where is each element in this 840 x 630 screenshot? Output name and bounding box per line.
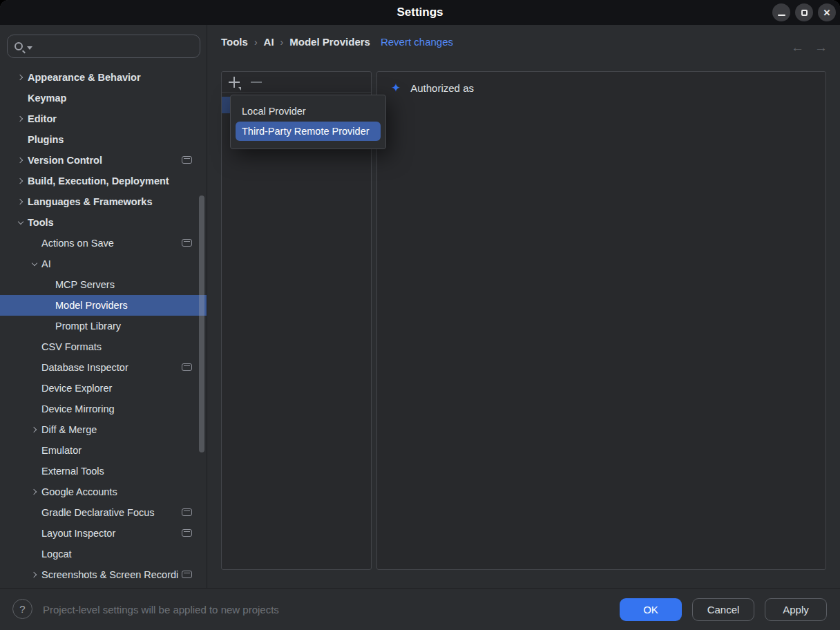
footer-hint: Project-level settings will be applied t… (43, 589, 279, 630)
sidebar-item-label: Plugins (28, 134, 64, 145)
chevron-right-icon (31, 427, 37, 432)
per-project-settings-icon (182, 363, 192, 371)
back-arrow-icon[interactable]: ← (791, 40, 804, 55)
sidebar-item-screenshots-screen-recordi[interactable]: Screenshots & Screen Recordi (0, 564, 207, 585)
apply-button[interactable]: Apply (765, 598, 827, 621)
sidebar-item-label: Device Explorer (41, 383, 112, 394)
minimize-button[interactable] (772, 3, 790, 21)
close-button[interactable]: ✕ (818, 3, 836, 21)
ok-button[interactable]: OK (620, 598, 682, 621)
search-icon (15, 42, 23, 50)
help-button[interactable]: ? (12, 599, 32, 619)
sidebar-item-mcp-servers[interactable]: MCP Servers (0, 274, 207, 295)
sidebar-item-label: CSV Formats (41, 341, 102, 352)
breadcrumb-item-tools[interactable]: Tools (221, 36, 248, 48)
authorized-as-label: Authorized as (410, 82, 474, 94)
per-project-settings-icon (182, 239, 192, 247)
breadcrumb-separator: › (254, 37, 258, 48)
sidebar-item-gradle-declarative-focus[interactable]: Gradle Declarative Focus (0, 502, 207, 523)
maximize-button[interactable] (795, 3, 813, 21)
chevron-right-icon (17, 199, 23, 204)
sidebar-item-model-providers[interactable]: Model Providers (0, 295, 207, 316)
title-bar: Settings ✕ (0, 0, 840, 25)
sidebar-item-label: Device Mirroring (41, 403, 115, 414)
sidebar-item-google-accounts[interactable]: Google Accounts (0, 481, 207, 502)
chevron-right-icon[interactable] (28, 490, 41, 494)
sidebar-item-version-control[interactable]: Version Control (0, 150, 207, 171)
sidebar-item-label: Editor (28, 113, 57, 124)
chevron-right-icon (31, 572, 37, 578)
chevron-right-icon (31, 489, 37, 495)
per-project-settings-icon (182, 156, 192, 164)
sidebar-item-label: Logcat (41, 548, 72, 560)
per-project-settings-icon (182, 571, 192, 578)
sidebar-item-label: Emulator (41, 445, 82, 456)
sidebar-item-label: Screenshots & Screen Recordi (41, 569, 178, 580)
sidebar-item-appearance-behavior[interactable]: Appearance & Behavior (0, 67, 207, 88)
sidebar-item-ai[interactable]: AI (0, 254, 207, 274)
settings-tree: Appearance & BehaviorKeymapEditorPlugins… (0, 67, 207, 585)
sidebar-item-emulator[interactable]: Emulator (0, 440, 207, 461)
sidebar-item-database-inspector[interactable]: Database Inspector (0, 357, 207, 378)
chevron-right-icon (17, 116, 23, 122)
settings-dialog: Settings ✕ Appearance & BehaviorKeymapEd… (0, 0, 840, 630)
sidebar-item-external-tools[interactable]: External Tools (0, 461, 207, 481)
breadcrumb-item-model-providers[interactable]: Model Providers (289, 36, 370, 48)
sidebar-item-device-mirroring[interactable]: Device Mirroring (0, 399, 207, 419)
dialog-footer: ? Project-level settings will be applied… (0, 588, 840, 630)
sidebar-item-layout-inspector[interactable]: Layout Inspector (0, 523, 207, 544)
sidebar-item-logcat[interactable]: Logcat (0, 544, 207, 564)
chevron-down-icon[interactable] (14, 222, 28, 224)
chevron-down-icon[interactable] (28, 263, 41, 265)
sidebar-item-label: External Tools (41, 466, 104, 477)
breadcrumb-separator: › (280, 37, 284, 48)
popup-item-third-party-remote-provider[interactable]: Third-Party Remote Provider (236, 122, 381, 141)
sidebar-item-editor[interactable]: Editor (0, 108, 207, 129)
forward-arrow-icon[interactable]: → (814, 40, 828, 55)
sidebar-item-label: Tools (28, 217, 54, 228)
breadcrumb-item-ai[interactable]: AI (264, 36, 274, 48)
remove-provider-button[interactable] (251, 82, 262, 83)
per-project-settings-icon (182, 529, 192, 537)
popup-item-local-provider[interactable]: Local Provider (236, 102, 381, 121)
chevron-right-icon (17, 158, 23, 163)
cancel-button[interactable]: Cancel (692, 598, 754, 621)
sidebar-item-csv-formats[interactable]: CSV Formats (0, 336, 207, 357)
chevron-right-icon[interactable] (14, 179, 28, 183)
chevron-right-icon[interactable] (14, 200, 28, 204)
chevron-down-icon (18, 218, 23, 224)
provider-detail-panel: ✦ Authorized as (376, 71, 826, 570)
chevron-right-icon[interactable] (14, 117, 28, 121)
add-provider-button[interactable] (229, 77, 240, 88)
chevron-right-icon[interactable] (14, 75, 28, 79)
sidebar-item-label: Version Control (28, 155, 102, 166)
sidebar-item-label: Google Accounts (41, 486, 117, 497)
chevron-right-icon[interactable] (28, 428, 41, 432)
sidebar-item-label: Prompt Library (55, 321, 121, 332)
sidebar-item-plugins[interactable]: Plugins (0, 129, 207, 150)
chevron-right-icon (17, 75, 23, 80)
sidebar-item-build-execution-deployment[interactable]: Build, Execution, Deployment (0, 171, 207, 191)
settings-sidebar: Appearance & BehaviorKeymapEditorPlugins… (0, 25, 207, 588)
sidebar-item-languages-frameworks[interactable]: Languages & Frameworks (0, 191, 207, 212)
sidebar-item-label: AI (41, 258, 51, 269)
breadcrumb: Tools›AI›Model ProvidersRevert changes (221, 36, 453, 48)
sidebar-item-actions-on-save[interactable]: Actions on Save (0, 233, 207, 254)
sidebar-item-prompt-library[interactable]: Prompt Library (0, 316, 207, 336)
authorized-as-row: ✦ Authorized as (391, 82, 474, 94)
sidebar-item-label: Gradle Declarative Focus (41, 507, 155, 518)
chevron-right-icon[interactable] (14, 158, 28, 162)
sidebar-item-keymap[interactable]: Keymap (0, 88, 207, 108)
sidebar-scrollbar[interactable] (199, 195, 204, 452)
sidebar-item-device-explorer[interactable]: Device Explorer (0, 378, 207, 399)
search-history-chevron-icon (27, 46, 32, 50)
list-toolbar (222, 72, 371, 93)
revert-changes-link[interactable]: Revert changes (381, 36, 453, 48)
sidebar-item-label: Model Providers (55, 300, 128, 311)
sidebar-item-label: Actions on Save (41, 238, 114, 249)
sidebar-item-tools[interactable]: Tools (0, 212, 207, 233)
search-input[interactable] (7, 35, 200, 58)
sidebar-item-diff-merge[interactable]: Diff & Merge (0, 419, 207, 440)
chevron-right-icon[interactable] (28, 573, 41, 577)
window-title: Settings (0, 0, 840, 25)
